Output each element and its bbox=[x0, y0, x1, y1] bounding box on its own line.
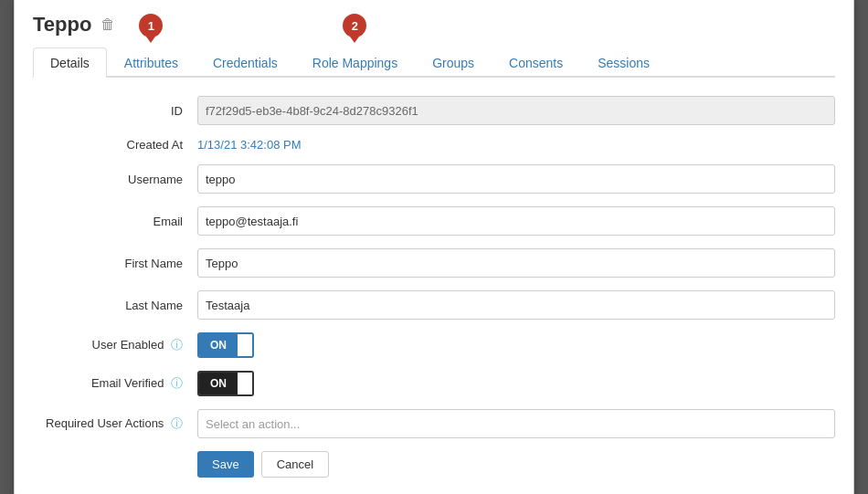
email-verified-off[interactable] bbox=[238, 373, 252, 394]
username-row: Username bbox=[33, 164, 835, 194]
username-field[interactable] bbox=[197, 164, 835, 194]
id-row: ID bbox=[33, 96, 835, 125]
tab-groups[interactable]: Groups bbox=[415, 47, 492, 78]
email-verified-help-icon[interactable]: ⓘ bbox=[171, 376, 183, 390]
last-name-label: Last Name bbox=[33, 299, 197, 312]
required-actions-row: Required User Actions ⓘ Select an action… bbox=[33, 409, 835, 438]
last-name-field[interactable] bbox=[197, 290, 835, 320]
first-name-row: First Name bbox=[33, 248, 835, 278]
last-name-row: Last Name bbox=[33, 290, 835, 320]
save-button[interactable]: Save bbox=[197, 451, 254, 478]
created-at-label: Created At bbox=[33, 138, 197, 152]
username-label: Username bbox=[33, 173, 197, 186]
details-form: ID Created At 1/13/21 3:42:08 PM Usernam… bbox=[33, 96, 835, 478]
first-name-label: First Name bbox=[33, 257, 197, 270]
email-row: Email bbox=[33, 206, 835, 236]
created-at-row: Created At 1/13/21 3:42:08 PM bbox=[33, 138, 835, 152]
cancel-button[interactable]: Cancel bbox=[261, 451, 329, 478]
first-name-field[interactable] bbox=[197, 248, 835, 278]
user-enabled-help-icon[interactable]: ⓘ bbox=[171, 338, 183, 352]
user-enabled-toggle[interactable]: ON bbox=[197, 332, 254, 358]
id-field[interactable] bbox=[197, 96, 835, 125]
user-enabled-label: User Enabled ⓘ bbox=[33, 337, 197, 353]
email-verified-on[interactable]: ON bbox=[199, 373, 238, 394]
tab-attributes[interactable]: 1 Attributes bbox=[107, 47, 196, 78]
email-verified-toggle-container: ON bbox=[197, 371, 254, 396]
required-actions-select[interactable]: Select an action... bbox=[197, 409, 835, 438]
tab-details[interactable]: Details bbox=[33, 47, 107, 78]
user-enabled-off[interactable] bbox=[238, 334, 252, 356]
created-at-value: 1/13/21 3:42:08 PM bbox=[197, 138, 301, 152]
tab-credentials[interactable]: Credentials bbox=[196, 47, 295, 78]
trash-icon[interactable]: 🗑 bbox=[101, 16, 115, 33]
page-title: Teppo bbox=[33, 13, 91, 37]
button-row: Save Cancel bbox=[197, 451, 835, 478]
tab-role-mappings[interactable]: 2 Role Mappings bbox=[295, 47, 415, 78]
required-actions-help-icon[interactable]: ⓘ bbox=[171, 416, 183, 430]
email-verified-row: Email Verified ⓘ ON bbox=[33, 371, 835, 396]
email-verified-toggle[interactable]: ON bbox=[197, 371, 254, 396]
required-actions-label: Required User Actions ⓘ bbox=[33, 415, 197, 432]
tab-consents[interactable]: Consents bbox=[492, 47, 580, 78]
email-label: Email bbox=[33, 215, 197, 228]
tab-bar: Details 1 Attributes Credentials 2 Role … bbox=[33, 47, 835, 78]
email-verified-label: Email Verified ⓘ bbox=[33, 375, 197, 392]
id-label: ID bbox=[33, 104, 197, 118]
email-field[interactable] bbox=[197, 206, 835, 236]
main-window: Teppo 🗑 Details 1 Attributes Credentials… bbox=[14, 0, 854, 494]
tab-sessions[interactable]: Sessions bbox=[580, 47, 667, 78]
balloon-role-mappings: 2 bbox=[343, 14, 366, 37]
balloon-attributes: 1 bbox=[139, 14, 163, 37]
user-enabled-toggle-container: ON bbox=[197, 332, 254, 358]
user-enabled-row: User Enabled ⓘ ON bbox=[33, 332, 835, 358]
user-enabled-on[interactable]: ON bbox=[199, 334, 238, 356]
